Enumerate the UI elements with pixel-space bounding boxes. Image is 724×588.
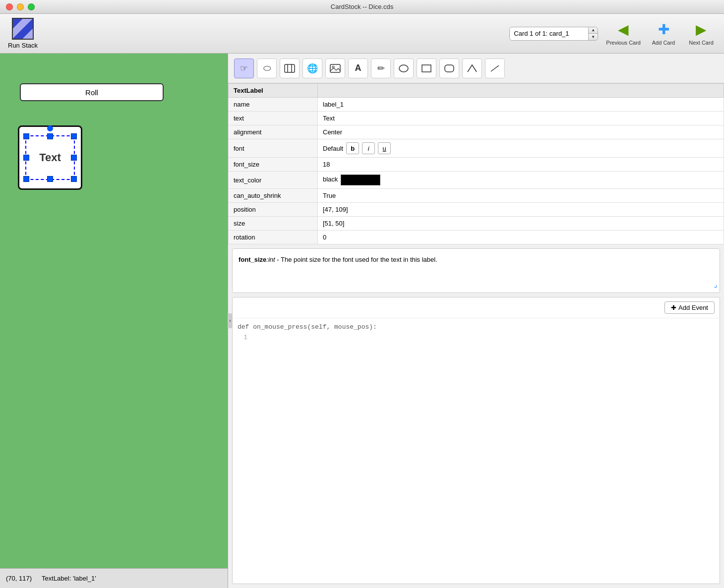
prop-key-rotation: rotation [229,231,318,244]
table-row: rotation0 [229,231,724,244]
bold-button[interactable]: b [346,142,359,154]
run-stack-button[interactable]: Run Stack [8,18,38,49]
event-area-header: ✚ Add Event [233,297,720,318]
tool-webview[interactable]: 🌐 [302,59,322,78]
tool-rectangle[interactable] [417,59,436,78]
tool-row: ☞ ⬭ 🌐 A ✏ [228,54,724,83]
table-row: size[51, 50] [229,217,724,231]
svg-line-8 [491,65,499,71]
run-stack-icon [12,18,34,40]
tool-pointer[interactable]: ☞ [234,59,254,78]
prop-value-position[interactable]: [47, 109] [318,203,724,217]
main-area: Roll Text › [0,54,724,588]
run-stack-label: Run Stack [8,42,38,49]
add-card-label: Add Card [652,40,675,46]
code-line-1: 1 [238,334,715,341]
card-selector-down[interactable]: ▼ [589,34,598,40]
card-canvas: Roll Text › [0,54,228,588]
svg-rect-6 [422,65,431,72]
tool-line[interactable] [485,59,505,78]
rotate-handle[interactable] [47,125,53,131]
handle-top-left[interactable] [23,133,29,139]
tool-ellipse[interactable] [394,59,414,78]
prop-value-alignment[interactable]: Center [318,125,724,139]
handle-middle-left[interactable] [23,155,29,161]
maximize-button[interactable] [28,3,35,10]
next-card-icon: ▶ [696,21,707,38]
code-area[interactable]: def on_mouse_press(self, mouse_pos): 1 [233,318,720,584]
resize-handle[interactable]: ⌟ [714,279,718,291]
status-coordinates: (70, 117) [6,575,32,582]
canvas-background[interactable]: Roll Text [0,54,228,568]
code-text-header: def on_mouse_press(self, mouse_pos): [238,323,377,331]
card-selector-arrows: ▲ ▼ [589,27,598,41]
table-row: font_size18 [229,158,724,172]
roll-button[interactable]: Roll [20,83,164,101]
handle-bottom-right[interactable] [71,176,77,182]
add-card-button[interactable]: ✚ Add Card [649,21,678,46]
window-title: CardStock -- Dice.cds [331,3,393,10]
close-button[interactable] [6,3,13,10]
title-bar: CardStock -- Dice.cds [0,0,724,14]
prop-value-size[interactable]: [51, 50] [318,217,724,231]
panel-collapse-handle[interactable]: › [228,313,233,328]
previous-card-button[interactable]: ◀ Previous Card [606,21,641,46]
handle-top-right[interactable] [71,133,77,139]
handle-bottom-left[interactable] [23,176,29,182]
status-bar: (70, 117) TextLabel: 'label_1' [0,568,228,588]
prop-key-font_size: font_size [229,158,318,172]
handle-middle-right[interactable] [71,155,77,161]
minimize-button[interactable] [17,3,24,10]
tool-pen[interactable]: ✏ [371,59,391,78]
tool-polygon[interactable] [462,59,482,78]
prop-value-font_size[interactable]: 18 [318,158,724,172]
previous-card-icon: ◀ [618,21,629,38]
svg-rect-7 [445,65,454,72]
color-swatch[interactable] [341,175,380,185]
code-line-header: def on_mouse_press(self, mouse_pos): [238,323,715,331]
tool-textfield[interactable] [280,59,300,78]
table-row: position[47, 109] [229,203,724,217]
svg-point-5 [399,65,408,72]
tool-text[interactable]: A [348,59,368,78]
tool-roundrect[interactable] [439,59,459,78]
prop-key-name: name [229,98,318,112]
prop-value-font[interactable]: Defaultbiu [318,139,724,158]
properties-section: TextLabel namelabel_1textTextalignmentCe… [228,83,724,244]
card-selector-up[interactable]: ▲ [589,27,598,34]
add-event-button[interactable]: ✚ Add Event [664,301,715,314]
card-selector[interactable]: Card 1 of 1: card_1 [509,27,589,41]
prop-key-can_auto_shrink: can_auto_shrink [229,189,318,203]
line-number-1: 1 [238,334,247,341]
table-row: can_auto_shrinkTrue [229,189,724,203]
table-row: namelabel_1 [229,98,724,112]
prop-value-name[interactable]: label_1 [318,98,724,112]
tool-image[interactable] [325,59,345,78]
roll-button-label: Roll [85,88,98,97]
prop-key-position: position [229,203,318,217]
canvas-widget[interactable]: Text [18,125,82,190]
next-card-button[interactable]: ▶ Next Card [686,21,716,46]
prop-value-can_auto_shrink[interactable]: True [318,189,724,203]
tool-button[interactable]: ⬭ [257,59,277,78]
underline-button[interactable]: u [378,142,391,154]
table-row: alignmentCenter [229,125,724,139]
add-event-label: Add Event [678,304,708,311]
status-object-info: TextLabel: 'label_1' [42,575,96,582]
italic-button[interactable]: i [362,142,375,154]
svg-rect-3 [330,64,340,72]
description-box: font_size:int - The point size for the f… [232,248,720,293]
prop-header-key: TextLabel [229,84,318,98]
prop-key-text: text [229,112,318,125]
prop-value-text[interactable]: Text [318,112,724,125]
svg-point-4 [332,66,334,68]
prop-value-text_color[interactable]: black [318,172,724,189]
handle-top-middle[interactable] [47,133,53,139]
window-controls [6,3,35,10]
table-row: textText [229,112,724,125]
description-italic: :int [266,256,275,263]
svg-rect-0 [285,64,295,72]
handle-bottom-middle[interactable] [47,176,53,182]
prop-value-rotation[interactable]: 0 [318,231,724,244]
properties-table: TextLabel namelabel_1textTextalignmentCe… [228,83,724,244]
